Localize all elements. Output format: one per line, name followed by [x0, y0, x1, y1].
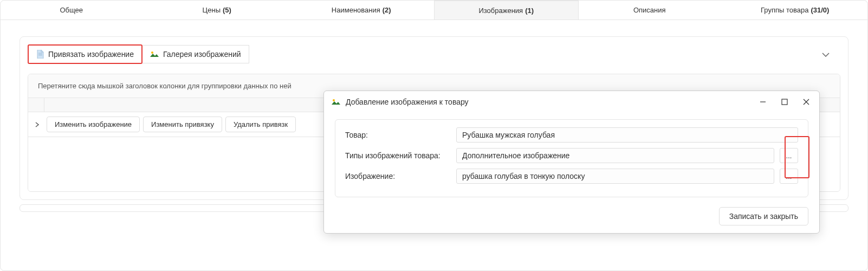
tab-prices[interactable]: Цены (5): [145, 1, 290, 20]
tab-label: Наименования: [332, 6, 380, 14]
types-input[interactable]: [456, 148, 774, 163]
maximize-button[interactable]: [779, 96, 790, 107]
document-icon: [36, 50, 44, 59]
image-browse-button[interactable]: ...: [780, 169, 798, 184]
tab-label: Изображения: [478, 7, 523, 15]
gallery-icon: [150, 50, 159, 58]
svg-point-4: [333, 99, 335, 101]
tab-groups[interactable]: Группы товара (31/0): [723, 1, 868, 20]
tab-label: Группы товара: [761, 6, 808, 14]
product-label: Товар:: [345, 131, 451, 139]
maximize-icon: [781, 99, 788, 105]
toolbar-expand[interactable]: [811, 49, 840, 59]
row-expand-toggle[interactable]: [31, 119, 43, 131]
tab-count: (5): [223, 6, 231, 14]
types-label: Типы изображений товара:: [345, 151, 451, 160]
tab-label: Описания: [633, 6, 666, 14]
close-button[interactable]: [801, 96, 812, 107]
tab-descriptions[interactable]: Описания: [579, 1, 723, 20]
image-label: Изображение:: [345, 172, 451, 180]
main-tabs: Общее Цены (5) Наименования (2) Изображе…: [1, 1, 867, 20]
types-browse-button[interactable]: ...: [780, 148, 798, 163]
close-icon: [803, 99, 809, 105]
bind-image-button[interactable]: Привязать изображение: [28, 44, 142, 64]
gallery-icon: [332, 98, 340, 106]
chevron-right-icon: [35, 122, 40, 127]
grid-header-expand-col: [28, 98, 44, 112]
gallery-button[interactable]: Галерея изображений: [142, 45, 249, 63]
button-label: Привязать изображение: [48, 50, 134, 59]
tab-label: Цены: [203, 6, 221, 14]
tab-count: (1): [525, 7, 534, 15]
tab-label: Общее: [60, 6, 83, 14]
dialog-title: Добавление изображения к товару: [346, 98, 752, 106]
minimize-icon: [760, 99, 766, 105]
minimize-button[interactable]: [757, 96, 768, 107]
svg-rect-6: [782, 99, 787, 105]
tab-count: (2): [383, 6, 391, 14]
chevron-down-icon: [822, 53, 830, 57]
add-image-dialog: Добавление изображения к товару Товар: Т…: [323, 91, 820, 234]
delete-binding-button[interactable]: Удалить привязк: [225, 117, 296, 132]
edit-image-button[interactable]: Изменить изображение: [47, 117, 140, 132]
tab-images[interactable]: Изображения (1): [434, 1, 579, 20]
tab-count: (31/0): [811, 6, 829, 14]
tab-names[interactable]: Наименования (2): [289, 1, 434, 20]
button-label: Галерея изображений: [163, 50, 241, 59]
image-input[interactable]: [456, 169, 774, 184]
svg-point-3: [151, 51, 153, 54]
tab-general[interactable]: Общее: [1, 1, 145, 20]
edit-binding-button[interactable]: Изменить привязку: [143, 117, 222, 132]
product-input[interactable]: [456, 127, 798, 143]
save-close-button[interactable]: Записать и закрыть: [719, 207, 808, 225]
